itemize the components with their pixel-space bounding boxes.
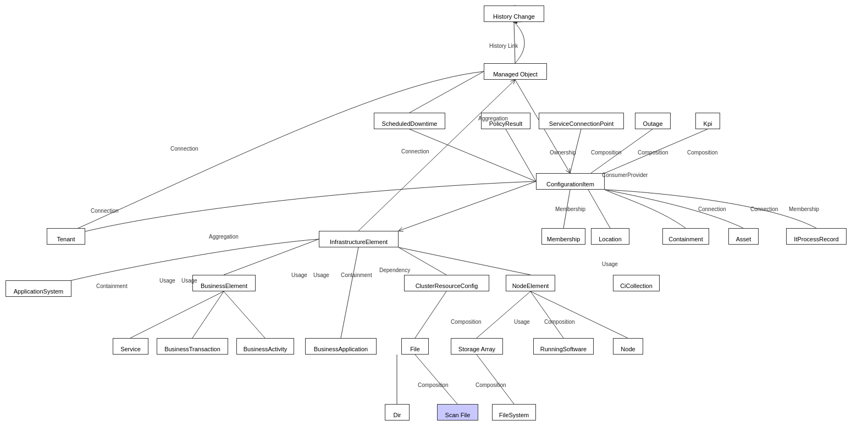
svg-line-25 — [477, 355, 514, 404]
edge-label-19: Usage — [313, 272, 329, 278]
node-scheduleddowntime[interactable]: ScheduledDowntime — [374, 113, 445, 129]
edge-label-2: Connection — [401, 148, 429, 154]
svg-line-7 — [410, 129, 536, 181]
edge-label-6: Composition — [591, 150, 622, 156]
edge-label-25: Composition — [544, 319, 575, 325]
edge-label-20: Containment — [341, 272, 372, 278]
node-storagearray[interactable]: Storage Array — [451, 338, 503, 355]
node-membership[interactable]: Membership — [541, 228, 585, 245]
svg-line-24 — [415, 355, 457, 404]
node-configurationitem[interactable]: ConfigurationItem — [536, 173, 605, 190]
svg-line-14 — [192, 291, 224, 338]
node-businesstransaction[interactable]: BusinessTransaction — [157, 338, 228, 355]
node-node[interactable]: Node — [613, 338, 643, 355]
node-applicationsystem[interactable]: ApplicationSystem — [5, 280, 71, 297]
svg-line-0 — [514, 22, 515, 63]
edge-label-5: Ownership — [550, 150, 576, 156]
svg-line-16 — [341, 247, 358, 338]
node-cicollection[interactable]: CiCollection — [613, 275, 660, 291]
edge-label-18: Usage — [291, 272, 307, 278]
node-scanfile[interactable]: Scan File — [437, 404, 478, 421]
svg-line-15 — [224, 291, 265, 338]
edge-label-0: History Link — [489, 43, 518, 49]
node-kpi[interactable]: Kpi — [695, 113, 720, 129]
svg-line-19 — [415, 291, 446, 338]
node-tenant[interactable]: Tenant — [47, 228, 85, 245]
node-dir[interactable]: Dir — [385, 404, 410, 421]
edge-label-23: Composition — [451, 319, 482, 325]
node-itprocessrecord[interactable]: ItProcessRecord — [786, 228, 847, 245]
svg-line-21 — [530, 291, 563, 338]
node-businessactivity[interactable]: BusinessActivity — [236, 338, 294, 355]
arrows-svg — [0, 0, 868, 448]
edge-label-27: Composition — [476, 382, 506, 388]
edge-label-15: Containment — [96, 283, 128, 289]
edge-label-3: Connection — [91, 208, 119, 214]
node-businessapplication[interactable]: BusinessApplication — [305, 338, 377, 355]
svg-line-22 — [530, 291, 628, 338]
edge-label-26: Composition — [418, 382, 449, 388]
node-historychange[interactable]: History Change — [484, 5, 544, 22]
edge-label-24: Usage — [514, 319, 530, 325]
svg-line-2 — [506, 129, 536, 181]
node-containment[interactable]: Containment — [662, 228, 709, 245]
svg-line-8 — [399, 181, 536, 231]
node-infrastructureelement[interactable]: InfrastructureElement — [319, 231, 399, 247]
edge-label-22: Usage — [602, 261, 618, 267]
node-location[interactable]: Location — [591, 228, 629, 245]
diagram-container: History ChangeManaged ObjectScheduledDow… — [0, 0, 868, 448]
node-serviceconnectionpoint[interactable]: ServiceConnectionPoint — [539, 113, 624, 129]
node-policyresult[interactable]: PolicyResult — [481, 113, 530, 129]
edge-label-1: Connection — [170, 146, 198, 152]
edge-label-10: Membership — [555, 206, 585, 212]
svg-line-11 — [588, 190, 610, 228]
svg-line-10 — [563, 190, 570, 228]
node-managedobject[interactable]: Managed Object — [484, 63, 547, 80]
svg-line-13 — [130, 291, 224, 338]
edge-label-8: Composition — [687, 150, 718, 156]
svg-line-17 — [399, 247, 446, 275]
edge-label-9: ConsumerProvider — [602, 172, 648, 178]
edge-label-12: Connection — [698, 206, 726, 212]
node-filesystem[interactable]: FileSystem — [492, 404, 536, 421]
svg-line-3 — [570, 129, 581, 173]
edge-label-13: Connection — [750, 206, 778, 212]
svg-line-20 — [477, 291, 530, 338]
edge-label-14: Aggregation — [209, 234, 239, 240]
node-runningsoftware[interactable]: RunningSoftware — [533, 338, 594, 355]
edge-label-11: Membership — [789, 206, 819, 212]
node-businesselement[interactable]: BusinessElement — [192, 275, 256, 291]
edge-label-16: Usage — [159, 278, 175, 284]
node-nodeelement[interactable]: NodeElement — [506, 275, 555, 291]
svg-line-4 — [591, 129, 653, 173]
svg-line-1 — [410, 71, 484, 113]
node-clusterresourceconfig[interactable]: ClusterResourceConfig — [404, 275, 489, 291]
node-outage[interactable]: Outage — [635, 113, 671, 129]
svg-line-18 — [399, 247, 530, 275]
edge-label-7: Composition — [638, 150, 668, 156]
edge-label-21: Dependency — [379, 267, 410, 273]
svg-line-9 — [358, 80, 515, 231]
svg-line-5 — [605, 129, 707, 173]
node-service[interactable]: Service — [113, 338, 148, 355]
svg-line-12 — [224, 239, 319, 275]
node-file[interactable]: File — [401, 338, 429, 355]
node-asset[interactable]: Asset — [728, 228, 759, 245]
